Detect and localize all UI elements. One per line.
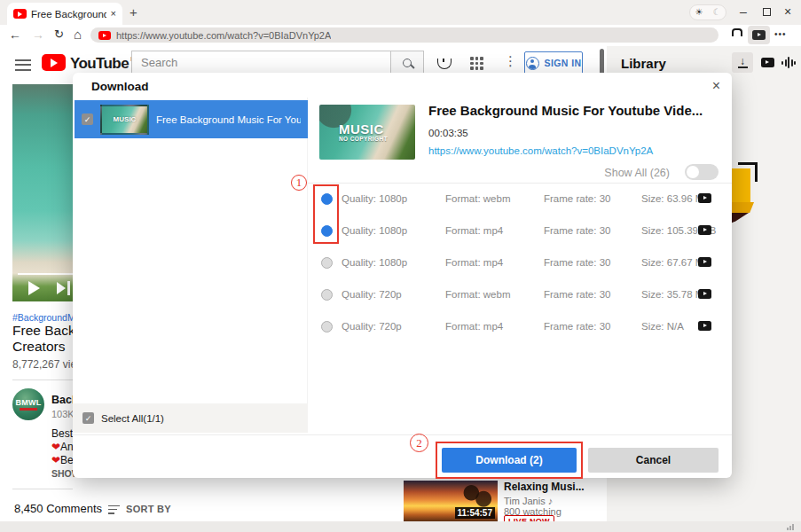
refresh-button[interactable]: ↻ [54, 28, 64, 40]
video-download-icon [752, 30, 766, 40]
subscriber-count: 103K [51, 409, 75, 419]
app-window: Free Background Mus × + ☀ ☾ – × ← → ↻ ⌂ … [0, 0, 801, 532]
maximize-button[interactable] [763, 8, 771, 16]
minimize-button[interactable]: – [740, 5, 747, 18]
video-list-item[interactable]: ✓ MUSIC Free Background Music For Youtu.… [75, 100, 308, 138]
divider [12, 379, 73, 380]
select-all-label: Select All(1/1) [101, 413, 164, 424]
search-button[interactable] [390, 51, 424, 74]
dark-theme-icon[interactable]: ☾ [708, 5, 726, 20]
library-downloads-tab[interactable]: ↓ [732, 52, 753, 73]
suggested-video-thumbnail[interactable]: 11:54:57 [404, 481, 498, 521]
quality-radio[interactable] [321, 257, 333, 269]
video-detail-thumbnail: MUSIC NO COPYRIGHT [319, 105, 415, 160]
comments-count: 8,450 Comments [14, 502, 102, 515]
video-format-icon [698, 193, 711, 203]
divider [73, 434, 732, 435]
item-checkbox[interactable]: ✓ [82, 113, 93, 125]
browser-tab[interactable]: Free Background Mus × [7, 3, 122, 25]
annotation-rect-radios [313, 184, 339, 244]
bottom-strip [0, 521, 801, 532]
sort-icon[interactable] [108, 503, 120, 516]
video-format-icon [698, 225, 711, 235]
hamburger-menu-icon[interactable] [15, 56, 31, 74]
item-thumbnail: MUSIC [100, 105, 149, 135]
sign-in-button[interactable]: SIGN IN [524, 51, 583, 74]
new-tab-button[interactable]: + [130, 5, 137, 19]
tab-title: Free Background Mus [31, 9, 106, 20]
dialog-title: Download [91, 80, 149, 93]
youtube-favicon [98, 31, 111, 40]
sign-in-label: SIGN IN [545, 58, 582, 68]
youtube-logo-icon[interactable] [42, 54, 66, 71]
video-format-icon [698, 257, 711, 267]
search-input[interactable] [131, 51, 390, 74]
stats-icon [787, 524, 794, 530]
heart-icon: ❤ [51, 454, 60, 466]
video-icon [761, 58, 774, 67]
search-icon [403, 59, 412, 67]
window-titlebar: Free Background Mus × + ☀ ☾ – × [0, 0, 801, 25]
quality-row[interactable]: Quality: 720p Format: mp4 Frame rate: 30… [308, 311, 732, 343]
window-close-button[interactable]: × [784, 5, 791, 18]
person-icon [526, 57, 539, 70]
browser-menu-icon[interactable]: ••• [774, 30, 787, 39]
description-text: Best [51, 427, 73, 440]
home-button[interactable]: ⌂ [74, 27, 82, 41]
back-button[interactable]: ← [9, 28, 21, 41]
url-bar[interactable]: https://www.youtube.com/watch?v=0BIaDVnY… [90, 27, 719, 43]
select-all-checkbox[interactable]: ✓ [82, 412, 94, 424]
more-options-icon[interactable]: ⋮ [504, 54, 517, 67]
cancel-button[interactable]: Cancel [588, 448, 719, 473]
library-video-tab[interactable] [757, 52, 778, 73]
annotation-step-1: 1 [291, 175, 307, 191]
suggested-video-title[interactable]: Relaxing Musi... [504, 481, 585, 493]
video-format-icon [698, 289, 711, 299]
duration-badge: 11:54:57 [455, 507, 495, 519]
light-theme-icon[interactable]: ☀ [690, 5, 708, 20]
library-title: Library [621, 56, 666, 71]
video-duration: 00:03:35 [428, 128, 468, 138]
next-icon[interactable] [57, 281, 70, 295]
quality-list: Quality: 1080p Format: webm Frame rate: … [308, 184, 732, 343]
quality-row[interactable]: Quality: 1080p Format: webm Frame rate: … [308, 184, 732, 215]
show-all-label: Show All (26) [604, 167, 670, 179]
quality-radio[interactable] [321, 321, 333, 332]
select-all-bar: ✓ Select All(1/1) [73, 403, 308, 433]
download-dialog: Download × ✓ MUSIC Free Background Music… [73, 73, 732, 478]
download-icon: ↓ [738, 57, 748, 68]
video-title-line2: Creators [12, 339, 65, 355]
youtube-logo-text[interactable]: YouTubeHK [70, 55, 140, 73]
video-detail-title: Free Background Music For Youtube Vide..… [428, 103, 721, 118]
description-line: ❤Be [51, 454, 74, 466]
tab-close-icon[interactable]: × [111, 9, 116, 19]
quality-row[interactable]: Quality: 720p Format: webm Frame rate: 3… [308, 279, 732, 311]
heart-icon: ❤ [51, 441, 60, 453]
youtube-favicon [13, 9, 27, 19]
channel-avatar[interactable]: BMWL [12, 388, 44, 420]
show-all-toggle[interactable] [685, 164, 719, 180]
forward-button[interactable]: → [32, 28, 44, 41]
suggested-channel[interactable]: Tim Janis ♪ [504, 496, 553, 506]
quality-row[interactable]: Quality: 1080p Format: mp4 Frame rate: 3… [308, 215, 732, 247]
browser-toolbar: ← → ↻ ⌂ https://www.youtube.com/watch?v=… [0, 25, 801, 46]
sort-by-button[interactable]: SORT BY [126, 504, 171, 514]
quality-radio[interactable] [321, 289, 333, 301]
annotation-step-2: 2 [410, 434, 428, 452]
url-text: https://www.youtube.com/watch?v=0BIaDVnY… [116, 30, 331, 41]
description-line: ❤An [51, 441, 74, 453]
media-download-button[interactable] [748, 26, 770, 44]
video-url-link[interactable]: https://www.youtube.com/watch?v=0BIaDVnY… [428, 145, 653, 156]
play-icon[interactable] [28, 281, 40, 295]
quality-row[interactable]: Quality: 1080p Format: mp4 Frame rate: 3… [308, 247, 732, 279]
theme-toggle[interactable]: ☀ ☾ [689, 4, 726, 20]
item-title: Free Background Music For Youtu... [156, 114, 301, 125]
audio-wave-icon [781, 57, 796, 68]
library-audio-tab[interactable] [778, 52, 799, 73]
video-list-panel [73, 98, 308, 432]
divider [12, 489, 73, 489]
toggle-knob [687, 166, 699, 178]
annotation-rect-download [436, 442, 583, 479]
apps-grid-icon[interactable] [470, 57, 483, 70]
dialog-close-icon[interactable]: × [712, 78, 720, 94]
